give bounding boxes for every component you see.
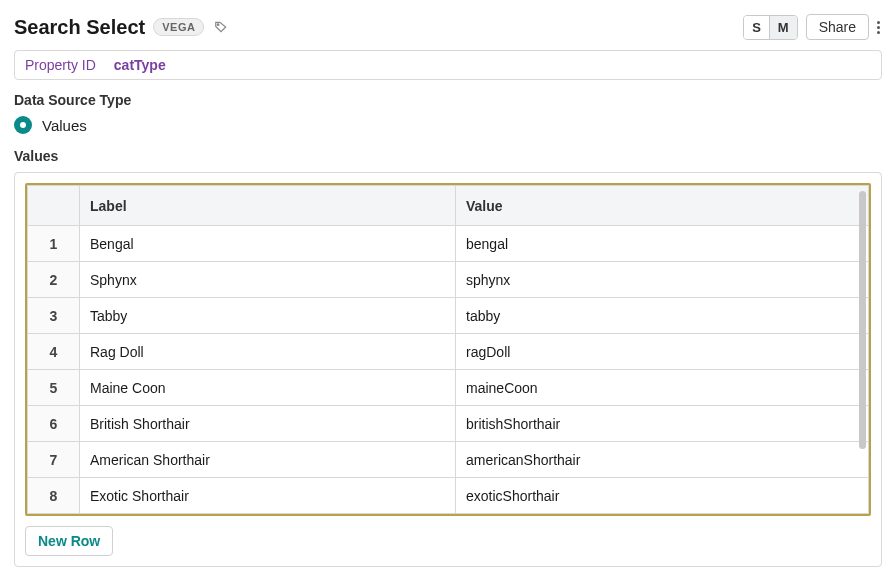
share-button[interactable]: Share	[806, 14, 869, 40]
row-value-cell[interactable]: ragDoll	[456, 334, 869, 370]
table-header-index	[28, 186, 80, 226]
header-bar: Search Select VEGA S M Share	[14, 14, 882, 40]
radio-selected-icon	[14, 116, 32, 134]
row-value-cell[interactable]: tabby	[456, 298, 869, 334]
property-id-value: catType	[114, 57, 166, 73]
data-source-type-label: Data Source Type	[14, 92, 882, 108]
row-value-cell[interactable]: exoticShorthair	[456, 478, 869, 514]
row-label-cell[interactable]: American Shorthair	[80, 442, 456, 478]
row-value-cell[interactable]: sphynx	[456, 262, 869, 298]
row-label-cell[interactable]: Rag Doll	[80, 334, 456, 370]
new-row-button[interactable]: New Row	[25, 526, 113, 556]
row-index: 5	[28, 370, 80, 406]
property-id-label: Property ID	[25, 57, 96, 73]
table-row[interactable]: 7American ShorthairamericanShorthair	[28, 442, 869, 478]
row-index: 7	[28, 442, 80, 478]
table-header-row: Label Value	[28, 186, 869, 226]
values-table: Label Value 1Bengalbengal2Sphynxsphynx3T…	[27, 185, 869, 514]
row-index: 8	[28, 478, 80, 514]
table-header-label[interactable]: Label	[80, 186, 456, 226]
row-label-cell[interactable]: Sphynx	[80, 262, 456, 298]
page-title: Search Select	[14, 16, 145, 39]
row-index: 1	[28, 226, 80, 262]
radio-option-label: Values	[42, 117, 87, 134]
row-value-cell[interactable]: americanShorthair	[456, 442, 869, 478]
table-row[interactable]: 8Exotic ShorthairexoticShorthair	[28, 478, 869, 514]
property-id-bar[interactable]: Property ID catType	[14, 50, 882, 80]
values-panel: Label Value 1Bengalbengal2Sphynxsphynx3T…	[14, 172, 882, 567]
row-label-cell[interactable]: British Shorthair	[80, 406, 456, 442]
size-toggle-group: S M	[743, 15, 798, 40]
row-value-cell[interactable]: maineCoon	[456, 370, 869, 406]
table-row[interactable]: 4Rag DollragDoll	[28, 334, 869, 370]
size-small-button[interactable]: S	[744, 16, 769, 39]
vega-badge: VEGA	[153, 18, 204, 36]
values-section-title: Values	[14, 148, 882, 164]
values-table-container: Label Value 1Bengalbengal2Sphynxsphynx3T…	[25, 183, 871, 516]
data-source-option-values[interactable]: Values	[14, 116, 882, 134]
table-row[interactable]: 6British ShorthairbritishShorthair	[28, 406, 869, 442]
row-index: 4	[28, 334, 80, 370]
row-index: 2	[28, 262, 80, 298]
table-row[interactable]: 5Maine CoonmaineCoon	[28, 370, 869, 406]
row-index: 3	[28, 298, 80, 334]
table-row[interactable]: 1Bengalbengal	[28, 226, 869, 262]
scrollbar-thumb[interactable]	[859, 191, 866, 449]
row-label-cell[interactable]: Tabby	[80, 298, 456, 334]
row-label-cell[interactable]: Bengal	[80, 226, 456, 262]
more-menu-icon[interactable]	[875, 17, 882, 38]
table-header-value[interactable]: Value	[456, 186, 869, 226]
row-label-cell[interactable]: Maine Coon	[80, 370, 456, 406]
svg-point-0	[218, 24, 220, 26]
row-value-cell[interactable]: britishShorthair	[456, 406, 869, 442]
row-index: 6	[28, 406, 80, 442]
size-medium-button[interactable]: M	[769, 16, 797, 39]
tag-icon[interactable]	[214, 20, 228, 34]
table-row[interactable]: 2Sphynxsphynx	[28, 262, 869, 298]
table-row[interactable]: 3Tabbytabby	[28, 298, 869, 334]
row-label-cell[interactable]: Exotic Shorthair	[80, 478, 456, 514]
row-value-cell[interactable]: bengal	[456, 226, 869, 262]
